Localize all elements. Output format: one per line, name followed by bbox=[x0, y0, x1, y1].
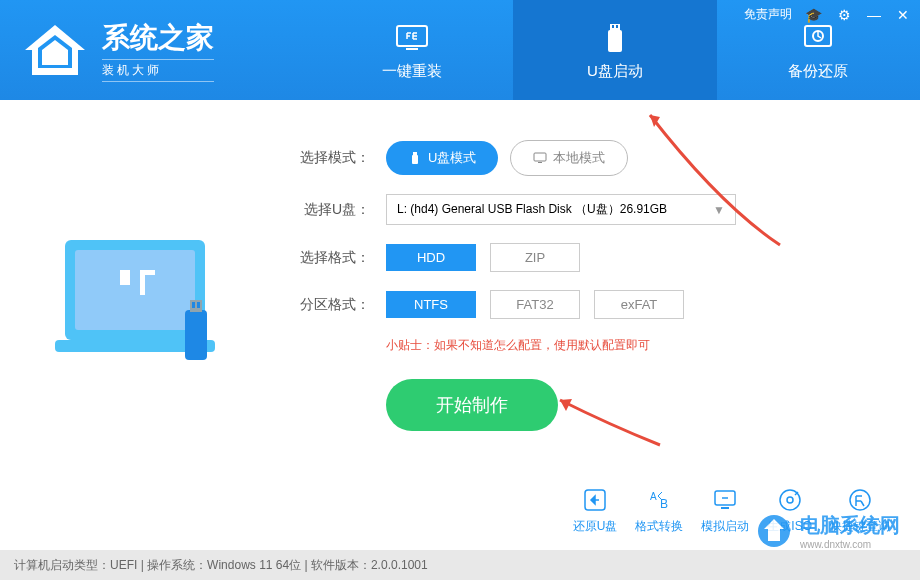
tab-label: 一键重装 bbox=[382, 62, 442, 81]
header: 系统之家 装机大师 一键重装 U盘启动 备份还原 免责声明 🎓 ⚙ — ✕ bbox=[0, 0, 920, 100]
window-controls: 免责声明 🎓 ⚙ — ✕ bbox=[744, 6, 912, 23]
svg-rect-23 bbox=[721, 507, 729, 509]
simulate-icon bbox=[711, 486, 739, 514]
svg-point-26 bbox=[850, 490, 870, 510]
usb-label: 选择U盘： bbox=[290, 201, 370, 219]
part-fat32-button[interactable]: FAT32 bbox=[490, 290, 580, 319]
mode-usb-button[interactable]: U盘模式 bbox=[386, 141, 498, 175]
logo-house-icon bbox=[20, 20, 90, 80]
status-text: 计算机启动类型：UEFI | 操作系统：Windows 11 64位 | 软件版… bbox=[14, 557, 428, 574]
convert-icon: AB bbox=[645, 486, 673, 514]
tab-label: U盘启动 bbox=[587, 62, 643, 81]
usb-small-icon bbox=[408, 151, 422, 165]
tab-usb[interactable]: U盘启动 bbox=[513, 0, 716, 100]
svg-text:A: A bbox=[650, 491, 657, 502]
monitor-small-icon bbox=[533, 151, 547, 165]
tool-simulate[interactable]: 模拟启动 bbox=[701, 486, 749, 535]
tab-label: 备份还原 bbox=[788, 62, 848, 81]
gear-icon[interactable]: ⚙ bbox=[835, 7, 854, 23]
svg-rect-5 bbox=[616, 25, 618, 28]
usb-select[interactable]: L: (hd4) General USB Flash Disk （U盘）26.9… bbox=[386, 194, 736, 225]
iso-icon bbox=[776, 486, 804, 514]
format-zip-button[interactable]: ZIP bbox=[490, 243, 580, 272]
svg-rect-16 bbox=[412, 155, 418, 164]
usb-value: L: (hd4) General USB Flash Disk （U盘）26.9… bbox=[397, 201, 667, 218]
status-bar: 计算机启动类型：UEFI | 操作系统：Windows 11 64位 | 软件版… bbox=[0, 550, 920, 580]
close-button[interactable]: ✕ bbox=[894, 7, 912, 23]
part-ntfs-button[interactable]: NTFS bbox=[386, 291, 476, 318]
tool-restore[interactable]: 还原U盘 bbox=[573, 486, 618, 535]
mode-label: 选择模式： bbox=[290, 149, 370, 167]
content: 选择模式： U盘模式 本地模式 选择U盘： L: (hd4) General U… bbox=[0, 100, 920, 480]
svg-rect-4 bbox=[612, 25, 614, 28]
svg-rect-17 bbox=[534, 153, 546, 161]
logo-area: 系统之家 装机大师 bbox=[0, 0, 310, 100]
svg-rect-12 bbox=[190, 300, 202, 312]
svg-rect-9 bbox=[75, 250, 195, 330]
minimize-button[interactable]: — bbox=[864, 7, 884, 23]
restore-icon bbox=[581, 486, 609, 514]
svg-rect-11 bbox=[185, 310, 207, 360]
svg-point-25 bbox=[787, 497, 793, 503]
logo-title: 系统之家 bbox=[102, 19, 214, 57]
mode-local-button[interactable]: 本地模式 bbox=[510, 140, 628, 176]
disclaimer-link[interactable]: 免责声明 bbox=[744, 6, 792, 23]
partition-label: 分区格式： bbox=[290, 296, 370, 314]
tip-text: 小贴士：如果不知道怎么配置，使用默认配置即可 bbox=[386, 337, 890, 354]
start-button[interactable]: 开始制作 bbox=[386, 379, 558, 431]
illustration bbox=[30, 140, 260, 480]
usb-icon bbox=[597, 20, 633, 56]
watermark-icon bbox=[756, 513, 792, 549]
format-label: 选择格式： bbox=[290, 249, 370, 267]
hotkey-icon bbox=[846, 486, 874, 514]
svg-rect-3 bbox=[608, 30, 622, 52]
format-hdd-button[interactable]: HDD bbox=[386, 244, 476, 271]
hat-icon[interactable]: 🎓 bbox=[802, 7, 825, 23]
svg-rect-15 bbox=[413, 152, 417, 155]
svg-rect-0 bbox=[397, 26, 427, 46]
svg-rect-2 bbox=[610, 24, 620, 30]
tab-reinstall[interactable]: 一键重装 bbox=[310, 0, 513, 100]
svg-rect-1 bbox=[406, 48, 418, 50]
monitor-icon bbox=[394, 20, 430, 56]
form: 选择模式： U盘模式 本地模式 选择U盘： L: (hd4) General U… bbox=[260, 140, 890, 480]
part-exfat-button[interactable]: exFAT bbox=[594, 290, 684, 319]
logo-subtitle: 装机大师 bbox=[102, 59, 214, 82]
backup-icon bbox=[800, 20, 836, 56]
tool-convert[interactable]: AB 格式转换 bbox=[635, 486, 683, 535]
laptop-usb-icon bbox=[45, 210, 245, 410]
svg-rect-18 bbox=[538, 162, 542, 163]
svg-rect-14 bbox=[197, 302, 200, 308]
watermark: 电脑系统网 www.dnxtw.com bbox=[756, 512, 900, 550]
dropdown-arrow-icon: ▼ bbox=[713, 203, 725, 217]
svg-rect-13 bbox=[192, 302, 195, 308]
